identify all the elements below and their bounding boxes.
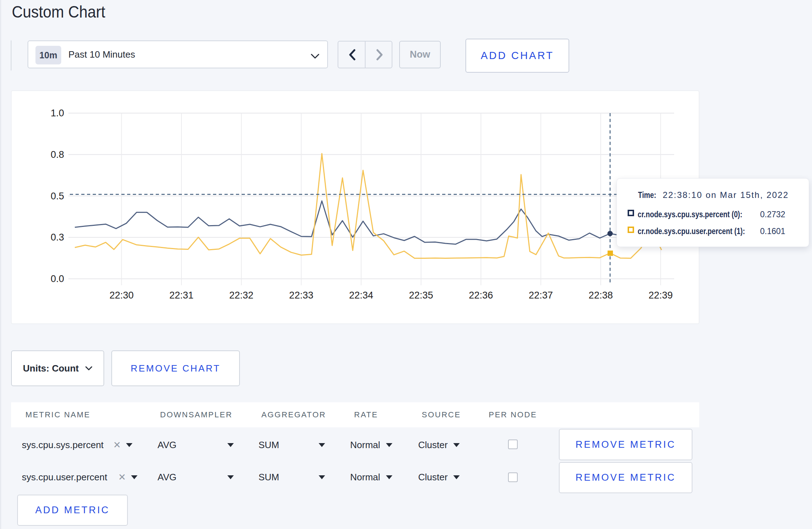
- svg-text:22:35: 22:35: [409, 290, 433, 301]
- svg-text:22:31: 22:31: [169, 290, 194, 301]
- svg-text:22:39: 22:39: [648, 290, 673, 301]
- svg-text:1.0: 1.0: [50, 108, 64, 118]
- svg-text:0.8: 0.8: [50, 149, 64, 160]
- svg-text:22:32: 22:32: [229, 290, 253, 301]
- svg-text:22:34: 22:34: [349, 290, 373, 301]
- svg-text:0.3: 0.3: [50, 232, 64, 243]
- svg-text:0.0: 0.0: [50, 273, 64, 284]
- svg-text:22:33: 22:33: [289, 290, 314, 301]
- svg-text:22:37: 22:37: [529, 290, 553, 301]
- svg-text:22:36: 22:36: [469, 290, 493, 301]
- svg-text:22:38: 22:38: [589, 290, 613, 301]
- svg-text:22:30: 22:30: [110, 290, 134, 301]
- svg-text:0.5: 0.5: [50, 191, 64, 202]
